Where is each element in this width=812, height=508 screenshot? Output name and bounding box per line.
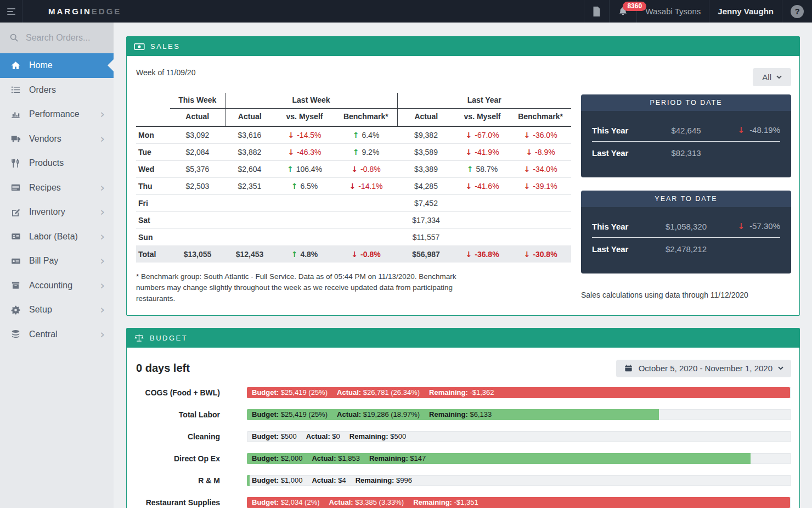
arrow-down-icon: ↓ bbox=[523, 182, 530, 191]
archive-icon bbox=[10, 280, 21, 291]
sidebar-item-home[interactable]: Home bbox=[0, 53, 114, 78]
sidebar-item-label: Inventory bbox=[29, 207, 65, 217]
sidebar-item-central[interactable]: Central› bbox=[0, 322, 114, 347]
sidebar-item-orders[interactable]: Orders bbox=[0, 78, 114, 103]
utensils-icon bbox=[10, 158, 21, 169]
arrow-up-icon: ↑ bbox=[353, 131, 359, 139]
arrow-up-icon: ↑ bbox=[353, 148, 359, 157]
home-icon bbox=[10, 60, 21, 71]
arrow-down-icon: ↓ bbox=[349, 182, 356, 191]
sidebar-item-bill-pay[interactable]: Bill Pay› bbox=[0, 249, 114, 273]
chevron-right-icon: › bbox=[100, 183, 105, 193]
budget-bar-text: Budget: $500Actual: $0Remaining: $500 bbox=[252, 432, 406, 442]
sidebar-item-recipes[interactable]: Recipes› bbox=[0, 176, 114, 200]
sales-table-row: Sun$11,557 bbox=[136, 229, 571, 246]
documents-button[interactable] bbox=[584, 0, 609, 23]
divider bbox=[592, 237, 780, 238]
ytd-last-year-label: Last Year bbox=[592, 244, 628, 254]
help-button[interactable]: ? bbox=[782, 0, 812, 23]
budget-progress-bar: Budget: $2,000Actual: $1,853Remaining: $… bbox=[247, 453, 791, 464]
change-value: ↓-36.8% bbox=[465, 250, 499, 259]
sidebar-item-vendors[interactable]: Vendors› bbox=[0, 127, 114, 152]
arrow-down-icon: ↓ bbox=[465, 250, 472, 259]
table-group-header-row: This WeekLast WeekLast Year bbox=[136, 93, 571, 109]
sales-value: $17,334 bbox=[397, 212, 455, 229]
sales-table-row: Thu$2,503$2,351↑6.5%↓-14.1%$4,285↓-41.6%… bbox=[136, 178, 571, 195]
change-value: ↓-8.9% bbox=[526, 148, 555, 157]
chevron-right-icon: › bbox=[100, 232, 105, 242]
sidebar-item-performance[interactable]: Performance› bbox=[0, 102, 114, 127]
change-value: ↓-0.8% bbox=[351, 165, 380, 174]
arrow-down-icon: ↓ bbox=[351, 165, 358, 174]
arrow-down-icon: ↓ bbox=[737, 125, 745, 135]
arrow-down-icon: ↓ bbox=[523, 131, 530, 139]
arrow-down-icon: ↓ bbox=[287, 131, 294, 139]
truck-icon bbox=[10, 133, 21, 144]
sales-value: $3,882 bbox=[225, 144, 274, 161]
sales-card: SALES Week of 11/09/20 This WeekLast Wee… bbox=[126, 36, 800, 316]
budget-bar-text: Budget: $2,034 (2%)Actual: $3,385 (3.33%… bbox=[252, 498, 478, 507]
chevron-right-icon: › bbox=[100, 281, 105, 291]
benchmark-footnote: * Benchmark group: South Atlantic - Full… bbox=[136, 271, 473, 304]
user-menu[interactable]: Jenny Vaughn bbox=[709, 0, 782, 23]
day-label: Mon bbox=[136, 126, 170, 144]
sales-value: $12,453 bbox=[225, 246, 274, 263]
hamburger-menu-icon[interactable] bbox=[0, 0, 22, 23]
sidebar-item-label: Labor (Beta) bbox=[29, 232, 78, 242]
sales-filter-dropdown[interactable]: All bbox=[753, 68, 791, 86]
sales-value: $3,616 bbox=[225, 126, 274, 144]
budget-bar-text: Budget: $2,000Actual: $1,853Remaining: $… bbox=[252, 454, 426, 464]
day-label: Total bbox=[136, 246, 170, 263]
column-header: Actual bbox=[170, 109, 225, 127]
notifications-button[interactable]: 8360 bbox=[609, 0, 636, 23]
gear-icon bbox=[10, 305, 21, 315]
sidebar-item-setup[interactable]: Setup› bbox=[0, 298, 114, 322]
sidebar-item-labor-beta[interactable]: Labor (Beta)› bbox=[0, 225, 114, 249]
group-last-year: Last Year bbox=[397, 93, 571, 109]
arrow-down-icon: ↓ bbox=[351, 250, 358, 259]
day-label: Thu bbox=[136, 178, 170, 195]
budget-progress-bar: Budget: $500Actual: $0Remaining: $500 bbox=[247, 431, 791, 442]
sidebar-item-products[interactable]: Products bbox=[0, 151, 114, 176]
budget-date-range-dropdown[interactable]: October 5, 2020 - November 1, 2020 bbox=[616, 360, 791, 377]
notification-badge: 8360 bbox=[623, 2, 646, 11]
sales-value: $7,452 bbox=[397, 195, 455, 212]
arrow-up-icon: ↑ bbox=[291, 250, 298, 259]
ptd-last-year-label: Last Year bbox=[592, 148, 628, 158]
chevron-right-icon: › bbox=[100, 305, 105, 315]
budget-row-cogs-food-bwl: COGS (Food + BWL)Budget: $25,419 (25%)Ac… bbox=[136, 387, 791, 398]
arrow-down-icon: ↓ bbox=[523, 250, 530, 259]
arrow-down-icon: ↓ bbox=[465, 148, 472, 157]
chevron-right-icon: › bbox=[100, 207, 105, 217]
ptd-this-year-label: This Year bbox=[592, 126, 628, 135]
change-value: ↑6.4% bbox=[353, 131, 380, 139]
main-content: SALES Week of 11/09/20 This WeekLast Wee… bbox=[114, 23, 812, 508]
budget-bar-text: Budget: $25,419 (25%)Actual: $19,286 (18… bbox=[252, 410, 492, 420]
edit-square-icon bbox=[10, 207, 21, 217]
marginedge-logo: MARGINEDGE bbox=[48, 7, 121, 16]
change-value: ↑9.2% bbox=[353, 148, 380, 157]
logo-primary: MARGIN bbox=[48, 7, 92, 16]
bar-chart-icon bbox=[10, 109, 21, 120]
budget-progress-bar: Budget: $25,419 (25%)Actual: $26,781 (26… bbox=[247, 387, 791, 398]
search-input[interactable] bbox=[26, 33, 97, 43]
table-subheader-row: ActualActualvs. MyselfBenchmark*Actualvs… bbox=[136, 109, 571, 127]
sidebar-item-inventory[interactable]: Inventory› bbox=[0, 200, 114, 225]
budget-bar-text: Budget: $25,419 (25%)Actual: $26,781 (26… bbox=[252, 388, 494, 398]
calendar-icon bbox=[624, 364, 633, 373]
restaurant-selector[interactable]: Wasabi Tysons bbox=[636, 0, 709, 23]
ptd-this-year-value: $42,645 bbox=[671, 126, 701, 135]
sidebar-item-accounting[interactable]: Accounting› bbox=[0, 273, 114, 298]
budget-row-cleaning: CleaningBudget: $500Actual: $0Remaining:… bbox=[136, 431, 791, 442]
change-value: ↑6.5% bbox=[291, 182, 318, 191]
top-navbar: MARGINEDGE 8360 Wasabi Tysons Jenny Vaug… bbox=[0, 0, 812, 23]
group-last-week: Last Week bbox=[225, 93, 397, 109]
arrow-down-icon: ↓ bbox=[465, 182, 472, 191]
sales-value: $11,557 bbox=[397, 229, 455, 246]
money-check-icon bbox=[10, 256, 21, 266]
money-bill-icon bbox=[134, 41, 145, 52]
help-icon: ? bbox=[791, 5, 804, 18]
sidebar-item-label: Orders bbox=[29, 85, 56, 95]
change-value: ↓-46.3% bbox=[287, 148, 321, 157]
budget-row-restaurant-supplies: Restaurant SuppliesBudget: $2,034 (2%)Ac… bbox=[136, 497, 791, 508]
